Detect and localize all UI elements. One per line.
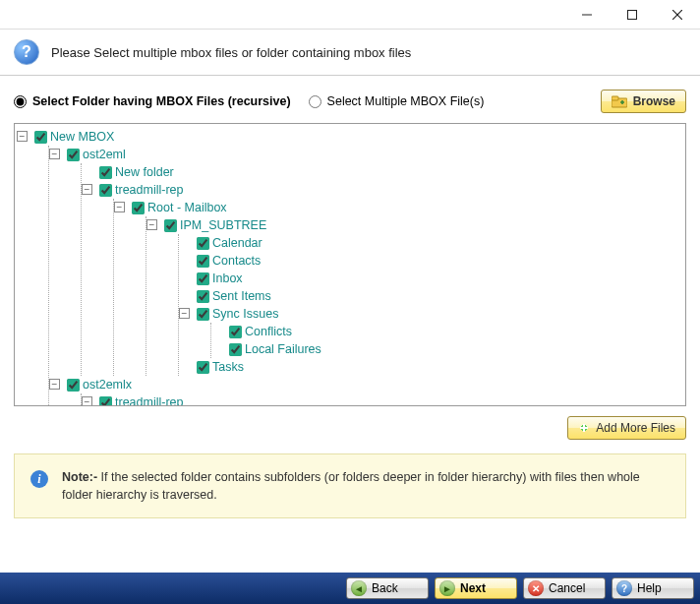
note-box: i Note:- If the selected folder contains… bbox=[14, 453, 686, 518]
back-button[interactable]: ◄ Back bbox=[346, 577, 429, 599]
expander-toggle[interactable]: − bbox=[49, 379, 60, 390]
close-icon bbox=[672, 10, 682, 20]
minimize-button[interactable] bbox=[564, 0, 610, 30]
radio-select-folder-label: Select Folder having MBOX Files (recursi… bbox=[32, 94, 291, 108]
tree-label: Conflicts bbox=[245, 325, 292, 338]
radio-select-multiple-label: Select Multiple MBOX File(s) bbox=[327, 94, 485, 108]
tree-node-new-mbox[interactable]: New MBOX bbox=[34, 128, 683, 146]
tree-checkbox[interactable] bbox=[99, 166, 112, 179]
tree-checkbox[interactable] bbox=[229, 326, 242, 338]
back-label: Back bbox=[372, 581, 398, 595]
tree-label: Local Failures bbox=[245, 342, 321, 356]
help-q-icon: ? bbox=[616, 580, 632, 596]
header-text: Please Select multiple mbox files or fol… bbox=[51, 45, 411, 60]
header-bar: ? Please Select multiple mbox files or f… bbox=[0, 30, 700, 76]
tree-node-new-folder[interactable]: New folder bbox=[99, 163, 683, 181]
svg-rect-1 bbox=[628, 10, 637, 19]
radio-select-multiple-input[interactable] bbox=[309, 95, 321, 108]
tree-node-ost2eml[interactable]: ost2eml bbox=[67, 146, 683, 163]
expander-toggle[interactable]: − bbox=[179, 308, 190, 319]
tree-checkbox[interactable] bbox=[197, 290, 209, 303]
radio-select-folder[interactable]: Select Folder having MBOX Files (recursi… bbox=[14, 94, 291, 108]
tree-label: New folder bbox=[115, 165, 174, 179]
help-icon: ? bbox=[14, 39, 39, 65]
tree-label: Inbox bbox=[212, 272, 243, 285]
tree-label: Contacts bbox=[212, 254, 261, 268]
folder-tree-panel[interactable]: − New MBOX − ost2eml bbox=[14, 123, 686, 406]
tree-checkbox[interactable] bbox=[67, 379, 80, 392]
expander-toggle[interactable]: − bbox=[82, 184, 92, 195]
cancel-button[interactable]: ✕ Cancel bbox=[523, 577, 606, 599]
radio-select-multiple[interactable]: Select Multiple MBOX File(s) bbox=[309, 94, 485, 108]
minimize-icon bbox=[582, 10, 592, 20]
note-lead: Note:- bbox=[62, 470, 101, 484]
next-arrow-icon: ► bbox=[439, 580, 455, 596]
maximize-button[interactable] bbox=[610, 0, 655, 30]
tree-node-tasks[interactable]: Tasks bbox=[197, 358, 683, 376]
tree-label: Calendar bbox=[212, 236, 262, 250]
tree-checkbox[interactable] bbox=[229, 343, 242, 356]
tree-label: Sent Items bbox=[212, 289, 271, 303]
tree-node-sync-issues[interactable]: Sync Issues bbox=[197, 305, 683, 323]
next-button[interactable]: ► Next bbox=[435, 577, 517, 599]
tree-node-ost2emlx[interactable]: ost2emlx bbox=[67, 376, 683, 393]
tree-checkbox[interactable] bbox=[67, 149, 80, 161]
tree-checkbox[interactable] bbox=[197, 308, 209, 321]
tree-node-local-failures[interactable]: Local Failures bbox=[229, 340, 683, 358]
tree-checkbox[interactable] bbox=[164, 219, 177, 232]
tree-label: Tasks bbox=[212, 360, 244, 374]
tree-node-treadmill-rep2[interactable]: treadmill-rep bbox=[99, 393, 683, 406]
tree-label: New MBOX bbox=[50, 130, 114, 144]
svg-rect-5 bbox=[612, 96, 618, 100]
expander-toggle[interactable]: − bbox=[146, 219, 157, 230]
cancel-label: Cancel bbox=[549, 581, 585, 595]
browse-label: Browse bbox=[633, 94, 675, 108]
tree-checkbox[interactable] bbox=[99, 184, 112, 197]
tree-label: treadmill-rep bbox=[115, 183, 183, 197]
options-row: Select Folder having MBOX Files (recursi… bbox=[14, 82, 686, 123]
tree-node-conflicts[interactable]: Conflicts bbox=[229, 323, 683, 340]
expander-toggle[interactable]: − bbox=[82, 396, 92, 406]
back-arrow-icon: ◄ bbox=[351, 580, 367, 596]
info-icon: i bbox=[30, 470, 48, 488]
help-button[interactable]: ? Help bbox=[612, 577, 694, 599]
tree-checkbox[interactable] bbox=[132, 202, 145, 214]
expander-toggle[interactable]: − bbox=[17, 131, 28, 142]
tree-checkbox[interactable] bbox=[99, 396, 112, 407]
note-body: If the selected folder contains subfolde… bbox=[62, 470, 640, 502]
tree-checkbox[interactable] bbox=[197, 255, 209, 268]
folder-icon bbox=[612, 94, 627, 108]
tree-node-contacts[interactable]: Contacts bbox=[197, 252, 683, 270]
next-label: Next bbox=[460, 581, 486, 595]
tree-node-calendar[interactable]: Calendar bbox=[197, 234, 683, 252]
tree-checkbox[interactable] bbox=[197, 361, 209, 374]
tree-checkbox[interactable] bbox=[197, 272, 209, 285]
tree-checkbox[interactable] bbox=[197, 237, 209, 250]
add-more-files-button[interactable]: Add More Files bbox=[567, 416, 686, 440]
plus-icon bbox=[578, 422, 590, 434]
note-text: Note:- If the selected folder contains s… bbox=[62, 468, 670, 504]
tree-node-ipm-subtree[interactable]: IPM_SUBTREE bbox=[164, 216, 683, 234]
tree-label: treadmill-rep bbox=[115, 395, 183, 406]
tree-node-inbox[interactable]: Inbox bbox=[197, 270, 683, 287]
tree-node-sent-items[interactable]: Sent Items bbox=[197, 287, 683, 305]
tree-node-treadmill-rep[interactable]: treadmill-rep bbox=[99, 181, 683, 199]
help-label: Help bbox=[637, 581, 662, 595]
close-button[interactable] bbox=[655, 0, 700, 30]
tree-label: Root - Mailbox bbox=[147, 201, 227, 214]
expander-toggle[interactable]: − bbox=[114, 202, 125, 212]
tree-node-root-mailbox[interactable]: Root - Mailbox bbox=[132, 199, 683, 216]
expander-toggle[interactable]: − bbox=[49, 149, 60, 159]
maximize-icon bbox=[627, 10, 637, 20]
footer-bar: ◄ Back ► Next ✕ Cancel ? Help bbox=[0, 573, 700, 604]
browse-button[interactable]: Browse bbox=[601, 90, 686, 113]
tree-label: ost2emlx bbox=[83, 378, 132, 392]
cancel-x-icon: ✕ bbox=[528, 580, 544, 596]
tree-label: ost2eml bbox=[83, 148, 126, 161]
tree-label: IPM_SUBTREE bbox=[180, 218, 266, 232]
tree-label: Sync Issues bbox=[212, 307, 278, 321]
add-more-files-label: Add More Files bbox=[596, 421, 675, 435]
tree-checkbox[interactable] bbox=[34, 131, 47, 144]
radio-select-folder-input[interactable] bbox=[14, 95, 27, 108]
window-titlebar bbox=[0, 0, 700, 30]
